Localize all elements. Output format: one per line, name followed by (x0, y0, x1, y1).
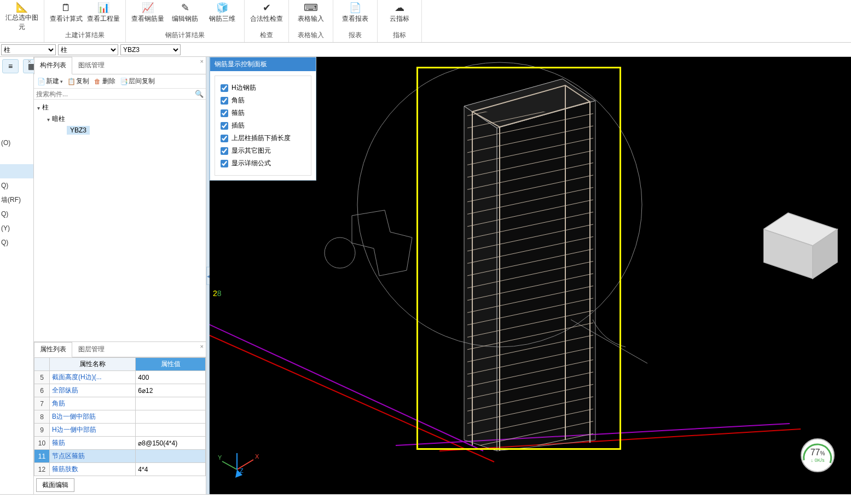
table-row[interactable]: 11 节点区箍筋 (34, 450, 206, 463)
marker-label: 28 (213, 289, 222, 298)
ribbon-icon: 📄 (348, 1, 363, 14)
close-icon[interactable]: × (200, 58, 204, 65)
tab-properties[interactable]: 属性列表 (34, 342, 72, 357)
table-row[interactable]: 5 截面高度(H边)(... 400 (34, 371, 206, 384)
view-rebar-qty-button[interactable]: 📈查看钢筋量 (130, 0, 165, 27)
prop-name[interactable]: H边一侧中部筋 (50, 424, 136, 437)
row-index: 10 (34, 437, 50, 450)
search-input[interactable] (36, 90, 195, 98)
tree-child[interactable]: 暗柱 (52, 114, 65, 124)
close-icon[interactable]: × (28, 58, 31, 65)
prop-name[interactable]: 节点区箍筋 (50, 450, 136, 463)
prop-value[interactable]: 6⌀12 (136, 384, 206, 397)
row-index: 7 (34, 397, 50, 410)
row-index: 11 (34, 450, 50, 463)
view-cube[interactable] (763, 194, 846, 281)
col-name: 属性名称 (50, 358, 136, 371)
nav-item[interactable]: Q) (0, 235, 33, 250)
table-row[interactable]: 12 箍筋肢数 4*4 (34, 463, 206, 476)
tab-layer-mgmt[interactable]: 图层管理 (72, 342, 111, 357)
view-formula-button[interactable]: 🗒查看计算式 (49, 0, 84, 27)
prop-name[interactable]: B边一侧中部筋 (50, 410, 136, 424)
nav-item[interactable]: (Y) (0, 221, 33, 235)
prop-name[interactable]: 箍筋 (50, 437, 136, 450)
ribbon-label: 钢筋三维 (209, 14, 235, 24)
table-row[interactable]: 8 B边一侧中部筋 (34, 410, 206, 424)
prop-value[interactable] (136, 424, 206, 437)
row-index: 6 (34, 384, 50, 397)
speed-gauge: 77% ↓ 0K/s (801, 438, 835, 472)
edit-rebar-button[interactable]: ✎编辑钢筋 (167, 0, 202, 27)
prop-name[interactable]: 箍筋肢数 (50, 463, 136, 476)
view-quantity-button[interactable]: 📊查看工程量 (86, 0, 121, 27)
expand-icon[interactable] (37, 104, 40, 112)
ribbon-group-label: 检查 (245, 30, 288, 42)
ribbon-label: 查看计算式 (50, 14, 83, 24)
prop-value[interactable] (136, 397, 206, 410)
prop-name[interactable]: 角筋 (50, 397, 136, 410)
category-select-c[interactable]: YBZ3 (120, 44, 181, 55)
ribbon-label: 合法性检查 (250, 14, 283, 24)
layer-copy-button[interactable]: 📑层间复制 (120, 77, 155, 86)
edit-section-button[interactable]: 截面编辑 (36, 478, 74, 492)
tab-drawing-mgmt[interactable]: 图纸管理 (72, 57, 111, 74)
table-input-button[interactable]: ⌨表格输入 (293, 0, 328, 27)
view-report-button[interactable]: 📄查看报表 (338, 0, 373, 27)
ribbon-label: 云指标 (390, 14, 409, 24)
table-row[interactable]: 9 H边一侧中部筋 (34, 424, 206, 437)
row-index: 8 (34, 410, 50, 424)
layer-copy-icon: 📑 (120, 78, 128, 85)
nav-item[interactable]: 墙(RF) (0, 193, 33, 207)
ribbon-label: 编辑钢筋 (172, 14, 198, 24)
prop-value[interactable]: 4*4 (136, 463, 206, 476)
prop-value[interactable] (136, 410, 206, 424)
ribbon-group-label: 指标 (378, 30, 421, 42)
prop-value[interactable]: 400 (136, 371, 206, 384)
tree-leaf-selected[interactable]: YBZ3 (67, 126, 90, 135)
category-select-a[interactable]: 柱 (1, 44, 56, 55)
prop-value[interactable]: ⌀8@150(4*4) (136, 437, 206, 450)
viewport-3d[interactable]: 钢筋显示控制面板 H边钢筋角筋箍筋插筋上层柱插筋下插长度显示其它图元显示详细公式 (210, 57, 851, 494)
nav-item[interactable]: Q) (0, 207, 33, 221)
summarize-selected-button[interactable]: 📐汇总选中图元 (4, 0, 39, 27)
close-icon[interactable]: × (200, 343, 204, 350)
row-index: 9 (34, 424, 50, 437)
search-icon[interactable]: 🔍 (195, 90, 204, 98)
prop-name[interactable]: 全部纵筋 (50, 384, 136, 397)
row-index: 12 (34, 463, 50, 476)
copy-icon: 📋 (67, 78, 75, 85)
prop-value[interactable] (136, 450, 206, 463)
ribbon-group-label (0, 30, 44, 33)
ribbon-group-label: 报表 (333, 30, 377, 42)
table-row[interactable]: 7 角筋 (34, 397, 206, 410)
svg-text:Z: Z (240, 467, 244, 474)
copy-button[interactable]: 📋复制 (67, 77, 89, 86)
delete-button[interactable]: 🗑删除 (94, 77, 115, 86)
nav-item[interactable]: Q) (0, 178, 33, 193)
rebar-3d-button[interactable]: 🧊钢筋三维 (205, 0, 240, 27)
prop-name[interactable]: 截面高度(H边)(... (50, 371, 136, 384)
component-column: × 构件列表 图纸管理 📄新建 ▾ 📋复制 🗑删除 📑层间复制 🔍 柱 暗柱 Y… (34, 57, 206, 494)
cloud-index-button[interactable]: ☁云指标 (382, 0, 417, 27)
category-select-b[interactable]: 柱 (58, 44, 118, 55)
ribbon-icon: 📈 (140, 1, 155, 14)
category-bar: 柱 柱 YBZ3 (0, 43, 851, 57)
table-row[interactable]: 10 箍筋 ⌀8@150(4*4) (34, 437, 206, 450)
ribbon-label: 汇总选中图元 (4, 13, 39, 32)
status-bar (0, 494, 851, 504)
table-row[interactable]: 6 全部纵筋 6⌀12 (34, 384, 206, 397)
nav-item[interactable] (0, 150, 33, 164)
component-toolbar: 📄新建 ▾ 📋复制 🗑删除 📑层间复制 (34, 74, 206, 89)
tab-component-list[interactable]: 构件列表 (34, 57, 72, 74)
search-bar: 🔍 (34, 89, 206, 100)
nav-item[interactable] (0, 164, 33, 178)
svg-text:X: X (255, 453, 259, 460)
new-button[interactable]: 📄新建 ▾ (37, 77, 63, 86)
validity-check-button[interactable]: ✔合法性检查 (249, 0, 284, 27)
list-view-icon[interactable]: ≡ (2, 59, 19, 73)
expand-icon[interactable] (47, 115, 50, 123)
tree-root[interactable]: 柱 (42, 103, 49, 112)
nav-item[interactable]: (O) (0, 136, 33, 150)
main-area: × ≡ ▦ (O)Q)墙(RF)Q)(Y)Q) × 构件列表 图纸管理 📄新建 … (0, 57, 851, 494)
ribbon-icon: 🗒 (59, 1, 74, 14)
